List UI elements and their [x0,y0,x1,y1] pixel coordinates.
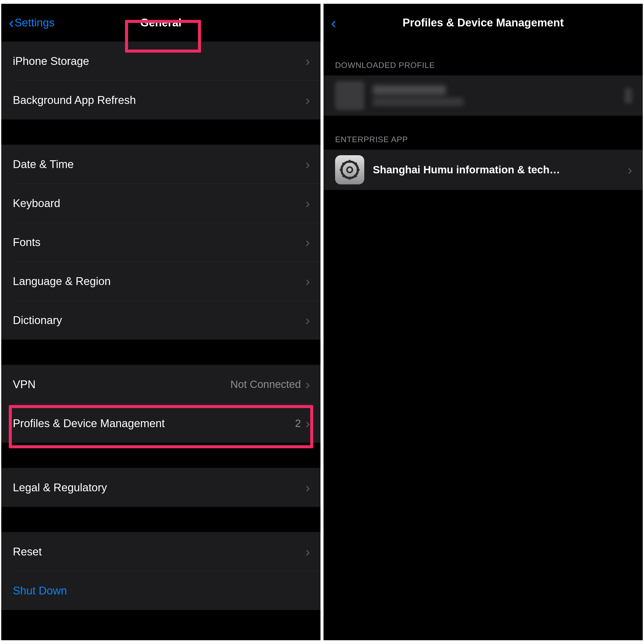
row-dictionary[interactable]: Dictionary › [1,301,320,340]
row-date-time[interactable]: Date & Time › [1,145,320,184]
profile-text [373,85,463,106]
profile-subtitle [373,98,463,106]
row-legal-regulatory[interactable]: Legal & Regulatory › [1,468,320,507]
chevron-right-icon: › [305,544,310,559]
screenshot-general-settings: ‹ Settings General iPhone Storage › Back… [1,4,320,640]
row-background-app-refresh[interactable]: Background App Refresh › [1,81,320,119]
row-reset[interactable]: Reset › [1,532,320,571]
chevron-right-icon: › [305,53,310,69]
row-label: Shut Down [13,584,305,597]
row-downloaded-profile[interactable] [324,75,643,116]
gear-icon [335,155,364,184]
profile-icon [335,81,364,110]
row-label: Dictionary [13,314,305,327]
row-label: Reset [13,545,305,558]
chevron-right-icon: › [305,312,310,328]
screenshot-profiles-management: ‹ Profiles & Device Management DOWNLOADE… [324,4,643,640]
general-list: iPhone Storage › Background App Refresh … [1,42,320,610]
svg-rect-1 [349,160,351,163]
svg-point-10 [348,168,351,172]
chevron-right-icon: › [305,480,310,495]
row-label: Keyboard [13,197,305,210]
row-profiles-device-management[interactable]: Profiles & Device Management 2 › [1,404,320,443]
back-button[interactable]: ‹ Settings [9,15,55,30]
row-label: iPhone Storage [13,55,305,67]
section-downloaded-profile: DOWNLOADED PROFILE [324,42,643,75]
row-label: VPN [13,378,230,391]
svg-rect-3 [340,169,343,171]
row-label: Fonts [13,236,305,249]
page-title: Profiles & Device Management [403,16,564,29]
row-label: Shanghai Humu information & tech… [373,164,628,176]
back-label: Settings [15,16,55,29]
navbar-general: ‹ Settings General [1,4,320,42]
page-title: General [140,16,182,29]
row-label: Language & Region [13,275,305,288]
row-detail: Not Connected [230,378,301,390]
row-label: Legal & Regulatory [13,481,305,494]
chevron-left-icon: ‹ [9,15,14,30]
chevron-right-icon: › [305,377,310,392]
chevron-right-icon: › [628,162,632,178]
row-label: Background App Refresh [13,94,305,106]
group-vpn: VPN Not Connected › Profiles & Device Ma… [1,365,320,443]
chevron-right-icon: › [305,416,310,431]
back-button[interactable]: ‹ [331,14,336,32]
chevron-right-icon: › [305,273,310,289]
navbar-profiles: ‹ Profiles & Device Management [324,4,643,42]
chevron-right-icon: › [305,92,310,108]
chevron-right-icon: › [305,234,310,250]
group-input: Date & Time › Keyboard › Fonts › Languag… [1,145,320,340]
chevron-left-icon: ‹ [331,14,336,31]
section-enterprise-app: ENTERPRISE APP [324,116,643,150]
chevron-right-icon [625,88,632,103]
profiles-list: DOWNLOADED PROFILE ENTERPRISE APP [324,42,643,190]
row-shut-down[interactable]: Shut Down › [1,571,320,610]
row-label: Date & Time [13,158,305,171]
group-reset: Reset › Shut Down › [1,532,320,610]
row-count: 2 [295,417,301,429]
row-language-region[interactable]: Language & Region › [1,262,320,301]
chevron-right-icon: › [305,195,310,211]
chevron-right-icon: › [305,156,310,172]
row-iphone-storage[interactable]: iPhone Storage › [1,42,320,81]
row-enterprise-app[interactable]: Shanghai Humu information & tech… › [324,150,643,190]
row-fonts[interactable]: Fonts › [1,223,320,262]
group-storage: iPhone Storage › Background App Refresh … [1,42,320,119]
row-vpn[interactable]: VPN Not Connected › [1,365,320,404]
row-keyboard[interactable]: Keyboard › [1,184,320,223]
profile-title [373,85,446,95]
svg-rect-4 [357,169,360,171]
group-legal: Legal & Regulatory › [1,468,320,507]
row-label: Profiles & Device Management [13,417,295,430]
svg-rect-2 [349,177,351,180]
